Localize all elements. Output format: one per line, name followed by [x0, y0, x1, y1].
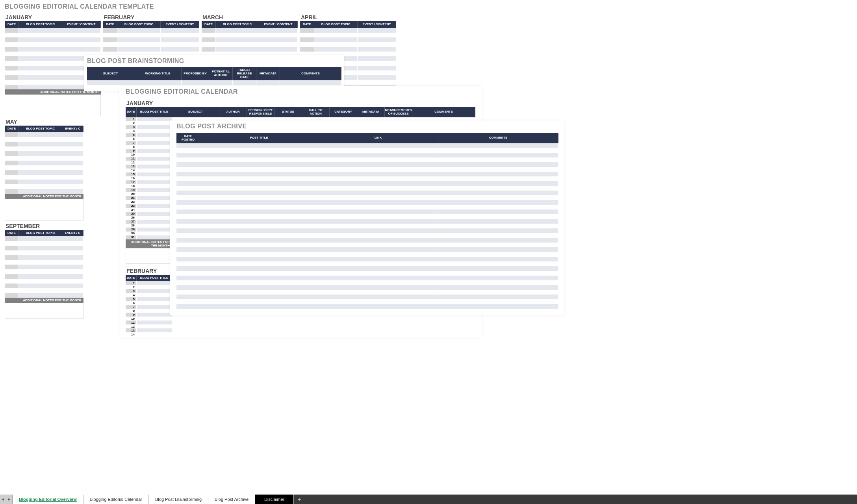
table-row[interactable] — [5, 42, 101, 47]
table-row[interactable] — [176, 176, 562, 181]
table-row[interactable] — [176, 304, 562, 309]
table-row[interactable] — [176, 181, 562, 186]
table-row[interactable] — [103, 42, 199, 47]
table-row[interactable] — [176, 200, 562, 205]
table-row[interactable] — [176, 209, 562, 214]
table-row[interactable] — [202, 28, 298, 33]
table-row[interactable]: 11 — [126, 321, 480, 324]
table-row[interactable] — [202, 33, 298, 37]
table-row[interactable] — [176, 238, 562, 243]
table-row[interactable] — [5, 184, 83, 189]
table-row[interactable] — [300, 33, 396, 37]
table-row[interactable] — [300, 28, 396, 33]
tab-nav-prev[interactable]: ◄ — [0, 495, 6, 504]
table-row[interactable] — [176, 299, 562, 304]
add-sheet-button[interactable]: + — [294, 495, 305, 504]
notes-box[interactable] — [126, 248, 172, 264]
sheet-tab[interactable]: Blogging Editorial Overview — [13, 495, 83, 504]
table-row[interactable] — [5, 33, 101, 37]
table-row[interactable] — [5, 137, 83, 142]
table-row[interactable] — [176, 214, 562, 219]
notes-box[interactable] — [5, 94, 101, 116]
table-row[interactable] — [5, 37, 101, 42]
table-row[interactable] — [176, 219, 562, 224]
table-row[interactable] — [176, 191, 562, 195]
table-row[interactable] — [103, 37, 199, 42]
table-row[interactable] — [5, 146, 83, 151]
table-row[interactable] — [176, 186, 562, 191]
table-row[interactable] — [176, 252, 562, 257]
table-row[interactable] — [176, 271, 562, 276]
table-row[interactable] — [5, 269, 83, 274]
table-row[interactable] — [176, 172, 562, 176]
table-row[interactable] — [5, 260, 83, 265]
table-row[interactable] — [176, 276, 562, 280]
table-row[interactable] — [176, 257, 562, 261]
table-row[interactable] — [5, 180, 83, 184]
table-row[interactable] — [176, 266, 562, 271]
table-row[interactable] — [300, 42, 396, 47]
table-row[interactable] — [176, 280, 562, 285]
sheet-tab[interactable]: Blog Post Archive — [208, 495, 255, 504]
table-row[interactable] — [176, 167, 562, 172]
table-row[interactable] — [5, 189, 83, 194]
table-row[interactable] — [103, 28, 199, 33]
table-row[interactable] — [5, 236, 83, 241]
table-row[interactable] — [202, 47, 298, 52]
table-row[interactable] — [5, 284, 83, 288]
table-row[interactable] — [5, 250, 83, 255]
table-row[interactable] — [176, 148, 562, 153]
table-row[interactable] — [300, 37, 396, 42]
table-row[interactable] — [5, 279, 83, 284]
table-row[interactable]: 13 — [126, 328, 480, 332]
table-row[interactable] — [5, 165, 83, 170]
table-row[interactable]: 10 — [126, 317, 480, 321]
table-row[interactable] — [5, 255, 83, 260]
table-row[interactable] — [176, 162, 562, 167]
table-row[interactable] — [176, 228, 562, 233]
table-row[interactable] — [5, 241, 83, 246]
table-row[interactable] — [176, 233, 562, 238]
table-row[interactable] — [5, 265, 83, 269]
table-row[interactable] — [176, 247, 562, 252]
table-row[interactable] — [5, 175, 83, 180]
sheet-tab[interactable]: Blog Post Brainstorming — [149, 495, 208, 504]
table-row[interactable] — [5, 170, 83, 175]
table-row[interactable] — [176, 290, 562, 295]
table-row[interactable]: 14 — [126, 332, 480, 336]
notes-box[interactable] — [5, 199, 83, 220]
table-row[interactable] — [176, 224, 562, 228]
table-row[interactable] — [5, 156, 83, 161]
notes-box[interactable] — [5, 303, 83, 319]
table-row[interactable] — [5, 142, 83, 146]
table-row[interactable] — [103, 33, 199, 37]
sheet-tab[interactable]: Blogging Editorial Calendar — [83, 495, 149, 504]
table-row[interactable] — [5, 161, 83, 165]
table-row[interactable] — [176, 158, 562, 162]
table-row[interactable] — [202, 37, 298, 42]
table-row[interactable] — [176, 205, 562, 209]
table-row[interactable] — [103, 47, 199, 52]
table-row[interactable] — [176, 195, 562, 200]
table-row[interactable] — [176, 285, 562, 290]
table-row[interactable] — [300, 47, 396, 52]
table-row[interactable]: 12 — [126, 324, 480, 328]
table-row[interactable] — [87, 80, 342, 85]
table-row[interactable] — [5, 47, 101, 52]
table-row[interactable] — [5, 293, 83, 298]
table-row[interactable] — [5, 246, 83, 250]
table-row[interactable] — [5, 288, 83, 293]
table-row[interactable] — [5, 151, 83, 156]
table-row[interactable] — [176, 153, 562, 158]
table-row[interactable] — [176, 295, 562, 299]
table-row[interactable] — [5, 274, 83, 279]
table-row[interactable] — [176, 309, 562, 313]
table-row[interactable] — [176, 261, 562, 266]
table-row[interactable] — [176, 243, 562, 247]
table-row[interactable] — [202, 42, 298, 47]
table-row[interactable] — [176, 143, 562, 148]
table-row[interactable] — [5, 132, 83, 137]
sheet-tab[interactable]: - Disclaimer - — [255, 495, 294, 504]
table-row[interactable] — [5, 28, 101, 33]
tab-nav-next[interactable]: ► — [6, 495, 13, 504]
